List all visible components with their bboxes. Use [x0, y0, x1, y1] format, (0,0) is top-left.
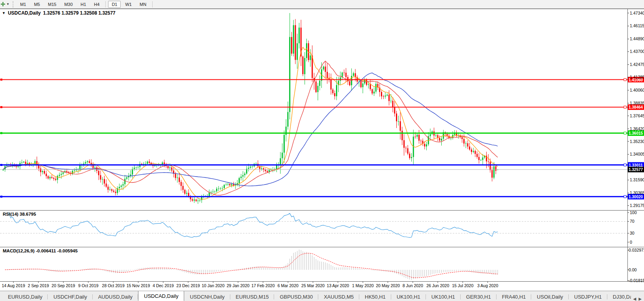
- candle-body: [400, 121, 401, 131]
- tab-scroll-right-icon[interactable]: ▶: [638, 297, 642, 301]
- candle-body: [416, 135, 418, 137]
- candle-body: [49, 177, 50, 179]
- price-tick-label: 1.34005: [630, 152, 644, 156]
- chart-tab-fra40-h1[interactable]: FRA40,H1: [497, 292, 532, 301]
- chevron-down-icon[interactable]: ▼: [2, 11, 6, 15]
- date-tick-label: 3 Aug 2020: [477, 283, 498, 288]
- hline-left-anchor[interactable]: [0, 132, 2, 134]
- candle-body: [252, 166, 253, 167]
- ma-line-fast: [3, 47, 498, 199]
- candle-body: [239, 178, 240, 183]
- chart-tab-uk100-h1[interactable]: UK100,H1: [391, 292, 426, 301]
- candle-body: [141, 164, 142, 164]
- candle-body: [366, 80, 367, 85]
- chart-tab-usdjpy-h1[interactable]: USDJPY,H1: [569, 292, 607, 301]
- candle-body: [478, 157, 480, 160]
- price-tick-label: 1.36420: [630, 126, 644, 131]
- candle-body: [248, 168, 249, 169]
- candle-body: [188, 193, 189, 196]
- chart-tab-usoil-daily[interactable]: USOil,Daily: [531, 292, 568, 301]
- candle-body: [171, 167, 172, 171]
- date-tick-label: 29 Jan 2020: [227, 283, 250, 288]
- candle-body: [194, 199, 195, 201]
- price-tick-label: 1.40060: [630, 88, 644, 92]
- candle-body: [373, 92, 375, 94]
- hline-right-anchor[interactable]: [624, 164, 626, 166]
- candle-body: [291, 37, 292, 54]
- candle-body: [409, 154, 410, 158]
- hline-price-label: 1.38464: [629, 105, 643, 109]
- candle-body: [280, 158, 281, 164]
- hline-right-anchor[interactable]: [624, 132, 626, 134]
- candle-body: [439, 138, 440, 141]
- chart-tab-eurusd-m15[interactable]: EURUSD,M15: [230, 292, 274, 301]
- candle-body: [113, 191, 114, 192]
- hline-right-anchor[interactable]: [624, 79, 626, 81]
- hline-left-anchor[interactable]: [0, 106, 2, 108]
- candle-body: [411, 157, 412, 158]
- hline-right-anchor[interactable]: [624, 106, 626, 108]
- candle-body: [403, 140, 405, 148]
- candle-body: [390, 101, 392, 101]
- tab-scroll-buttons: ◀ ▶: [631, 297, 644, 301]
- chart-tab-hk50-h1[interactable]: HK50,H1: [359, 292, 391, 301]
- candle-body: [198, 201, 199, 201]
- candle-body: [83, 164, 84, 164]
- candle-body: [34, 161, 35, 164]
- hline-left-anchor[interactable]: [0, 196, 2, 198]
- candle-body: [224, 185, 225, 188]
- date-tick-label: 2 Sep 2019: [28, 283, 49, 288]
- candle-body: [136, 167, 137, 168]
- price-tick-label: 1.41285: [630, 75, 644, 79]
- chart-tab-dj30-daily[interactable]: DJ30,Daily: [607, 292, 631, 301]
- chart-tab-uk100-h1[interactable]: UK100,H1: [426, 292, 461, 301]
- candle-body: [106, 184, 107, 187]
- candle-body: [51, 177, 52, 178]
- chart-tab-list: EURUSD,DailyUSDCHF,DailyAUDUSD,DailyUSDC…: [0, 291, 631, 301]
- candle-body: [231, 184, 232, 185]
- chart-tab-usdchf-daily[interactable]: USDCHF,Daily: [48, 292, 92, 301]
- chart-tab-usdcnh-daily[interactable]: USDCNH,Daily: [184, 292, 230, 301]
- tab-scroll-left-icon[interactable]: ◀: [633, 297, 637, 301]
- candle-body: [370, 84, 371, 89]
- candle-body: [471, 150, 472, 152]
- trading-terminal-window: ▼ M1M5M15M30H1H4D1W1MN 1.410601.384641.3…: [0, 0, 644, 301]
- candle-body: [441, 139, 442, 141]
- candle-body: [169, 167, 170, 168]
- price-tick-label: 1.44890: [630, 36, 644, 41]
- candle-body: [149, 162, 150, 163]
- candle-body: [469, 147, 470, 150]
- chart-tab-xauusd-m5[interactable]: XAUUSD,M5: [318, 292, 359, 301]
- date-tick-label: 25 Mar 2020: [301, 283, 325, 288]
- candle-body: [145, 164, 146, 164]
- chart-tab-audusd-daily[interactable]: AUDUSD,Daily: [93, 292, 138, 301]
- hline-price-label: 1.30020: [629, 195, 643, 199]
- chart-tab-eurusd-daily[interactable]: EURUSD,Daily: [2, 292, 48, 301]
- hline-right-anchor[interactable]: [624, 196, 626, 198]
- candle-body: [76, 170, 77, 170]
- rsi-tick-label: 100: [630, 210, 637, 215]
- candle-body: [98, 171, 99, 175]
- candle-body: [332, 90, 334, 93]
- candle-body: [138, 167, 139, 167]
- main-chart[interactable]: 1.410601.384641.360151.330111.300201.325…: [0, 0, 644, 291]
- candle-body: [74, 170, 75, 171]
- hline-left-anchor[interactable]: [0, 164, 2, 166]
- chart-tab-gbpusd-m30[interactable]: GBPUSD,M30: [274, 292, 318, 301]
- candle-body: [287, 112, 289, 127]
- candle-body: [394, 107, 395, 113]
- candles: [3, 13, 498, 204]
- candle-body: [319, 81, 320, 86]
- candle-body: [89, 161, 90, 163]
- candle-body: [192, 199, 193, 200]
- chart-tab-usdcad-daily[interactable]: USDCAD,Daily: [138, 291, 184, 301]
- macd-tick-label: 0.032972: [629, 248, 644, 252]
- chart-tab-ger30-h1[interactable]: GER30,H1: [461, 292, 497, 301]
- hline-left-anchor[interactable]: [0, 79, 2, 81]
- date-tick-label: 17 Feb 2020: [252, 283, 275, 288]
- candle-body: [306, 43, 307, 58]
- macd-signal-line: [5, 253, 498, 278]
- date-tick-label: 6 Mar 2020: [278, 283, 299, 288]
- candle-body: [216, 189, 217, 192]
- candle-body: [222, 188, 223, 188]
